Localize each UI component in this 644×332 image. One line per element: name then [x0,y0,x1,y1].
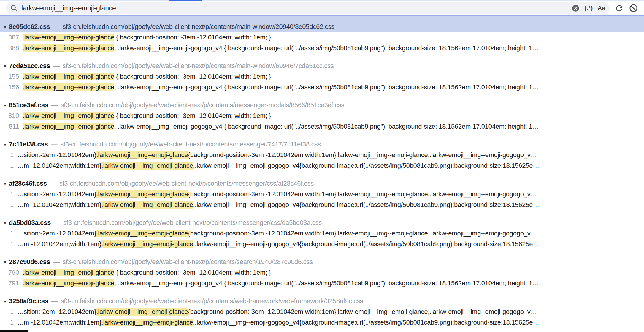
truncation-ellipsis: … [533,319,539,326]
file-url-separator: — [51,297,58,305]
match-row[interactable]: 790.larkw-emoji__img--emoji-glance { bac… [0,267,644,278]
line-number: 1 [0,190,14,198]
match-row[interactable]: 1…m -12.01042em;width:1em}.larkw-emoji__… [0,317,644,328]
active-tab-indicator [169,0,202,1]
file-header-row[interactable]: ▼851ce3ef.css—sf3-cn.feishucdn.com/obj/g… [0,100,644,110]
file-name: 287c90d6.css [9,258,50,266]
file-header-row[interactable]: ▼8e05dc62.css—sf3-cn.feishucdn.com/obj/g… [0,16,644,32]
match-content: .larkw-emoji__img--emoji-glance, .larkw-… [23,123,532,130]
disclosure-triangle-icon[interactable]: ▼ [3,142,9,147]
disclosure-triangle-icon[interactable]: ▼ [3,103,9,108]
match-row[interactable]: 1…m -12.01042em;width:1em}.larkw-emoji__… [0,239,644,249]
truncation-ellipsis: … [532,44,539,52]
search-input[interactable] [21,4,571,12]
truncation-ellipsis: … [532,123,539,130]
clear-results-button[interactable] [628,3,639,13]
file-url-separator: — [50,180,56,187]
file-name: af28c46f.css [9,180,47,187]
match-case-toggle[interactable]: Aa [597,4,605,12]
file-name: 8e05dc62.css [9,21,50,32]
file-url-separator: — [51,140,58,148]
search-field[interactable]: (.*) Aa [6,2,610,14]
truncation-ellipsis: … [531,230,537,237]
file-url: sf3-cn.feishucdn.com/obj/goofy/ee/web-cl… [63,62,334,70]
match-content: …m -12.01042em;width:1em}.larkw-emoji__i… [17,201,533,209]
match-row[interactable]: 1…sition:-2em -12.01042em}.larkw-emoji__… [0,150,644,160]
match-row[interactable]: 1…sition:-2em -12.01042em}.larkw-emoji__… [0,228,644,239]
search-match-highlight: .larkw-emoji__img--emoji-glance [101,240,193,248]
file-header-row[interactable]: ▼af28c46f.css—sf3-cn.feishucdn.com/obj/g… [0,178,644,189]
line-number: 1 [0,319,14,326]
match-after-text: {background-position:-3em -12.01042em;wi… [188,230,530,237]
disclosure-triangle-icon[interactable]: ▼ [3,64,9,69]
match-row[interactable]: 388.larkw-emoji__img--emoji-glance, .lar… [0,43,644,53]
search-results-list: ▼8e05dc62.css—sf3-cn.feishucdn.com/obj/g… [0,16,644,328]
file-url-separator: — [53,62,60,70]
refresh-search-button[interactable] [614,3,624,13]
match-row[interactable]: 810.larkw-emoji__img--emoji-glance { bac… [0,110,644,121]
line-number: 1 [0,151,14,159]
match-row[interactable]: 1…m -12.01042em;width:1em}.larkw-emoji__… [0,200,644,210]
file-name: 851ce3ef.css [9,101,48,109]
disclosure-triangle-icon[interactable]: ▼ [3,260,9,265]
search-match-highlight: .larkw-emoji__img--emoji-glance [23,123,114,130]
match-row[interactable]: 1…sition:-2em -12.01042em}.larkw-emoji__… [0,189,644,200]
match-row[interactable]: 1…sition:-2em -12.01042em}.larkw-emoji__… [0,306,644,317]
file-url: sf3-cn.feishucdn.com/obj/goofy/ee/web-cl… [63,219,322,227]
line-number: 387 [0,34,19,41]
file-url: sf3-cn.feishucdn.com/obj/goofy/ee/web-cl… [63,258,313,266]
file-url: sf3-cn.feishucdn.com/obj/goofy/ee/web-cl… [61,297,363,305]
match-after-text: , .larkw-emoji__img--emoji-gogogo_v4 { b… [114,83,532,91]
match-after-text: {background-position:-3em -12.01042em;wi… [188,308,530,315]
search-match-highlight: .larkw-emoji__img--emoji-glance [101,201,193,209]
disclosure-triangle-icon[interactable]: ▼ [3,299,9,304]
line-number: 1 [0,240,14,248]
line-number: 1 [0,230,14,237]
result-group: ▼da5bd03a.css—sf3-cn.feishucdn.com/obj/g… [0,217,644,249]
truncation-ellipsis: … [533,240,539,248]
match-row[interactable]: 1…m -12.01042em;width:1em}.larkw-emoji__… [0,160,644,171]
search-toolbar: (.*) Aa [0,1,644,15]
result-group: ▼851ce3ef.css—sf3-cn.feishucdn.com/obj/g… [0,100,644,132]
regex-toggle[interactable]: (.*) [584,4,593,12]
match-content: .larkw-emoji__img--emoji-glance { backgr… [23,73,271,80]
clear-search-button[interactable] [571,4,580,12]
search-match-highlight: .larkw-emoji__img--emoji-glance [23,44,114,52]
truncation-ellipsis: … [531,151,537,159]
result-group: ▼7c11ef38.css—sf3-cn.feishucdn.com/obj/g… [0,139,644,171]
match-before-text: …m -12.01042em;width:1em} [17,201,101,208]
file-header-row[interactable]: ▼7c11ef38.css—sf3-cn.feishucdn.com/obj/g… [0,139,644,150]
match-row[interactable]: 811.larkw-emoji__img--emoji-glance, .lar… [0,121,644,132]
disclosure-triangle-icon[interactable]: ▼ [3,221,9,225]
truncation-ellipsis: … [532,83,539,91]
disclosure-triangle-icon[interactable]: ▼ [3,181,9,186]
match-before-text: …m -12.01042em;width:1em} [17,162,101,169]
search-match-highlight: .larkw-emoji__img--emoji-glance [96,151,188,159]
file-header-row[interactable]: ▼7cda51cc.css—sf3-cn.feishucdn.com/obj/g… [0,61,644,71]
match-row[interactable]: 387.larkw-emoji__img--emoji-glance { bac… [0,32,644,43]
disclosure-triangle-icon[interactable]: ▼ [3,22,9,32]
line-number: 1 [0,201,14,209]
match-row[interactable]: 156.larkw-emoji__img--emoji-glance, .lar… [0,82,644,93]
match-content: …sition:-2em -12.01042em}.larkw-emoji__i… [17,151,531,159]
match-after-text: , .larkw-emoji__img--emoji-gogogo_v4 { b… [114,279,532,287]
line-number: 388 [0,44,19,52]
match-after-text: ,.larkw-emoji__img--emoji-gogogo_v4{back… [193,201,533,208]
match-after-text: { background-position: -3em -12.0104em; … [114,269,271,276]
file-url: sf3-cn.feishucdn.com/obj/goofy/ee/web-cl… [61,101,345,109]
search-match-highlight: .larkw-emoji__img--emoji-glance [101,162,193,170]
match-content: .larkw-emoji__img--emoji-glance, .larkw-… [23,83,532,91]
file-header-row[interactable]: ▼3258af9c.css—sf3-cn.feishucdn.com/obj/g… [0,296,644,306]
match-row[interactable]: 155.larkw-emoji__img--emoji-glance { bac… [0,71,644,82]
truncation-ellipsis: … [531,190,537,198]
block-icon [629,4,638,13]
search-match-highlight: .larkw-emoji__img--emoji-glance [96,230,188,237]
search-icon [10,4,18,12]
search-match-highlight: .larkw-emoji__img--emoji-glance [23,112,114,120]
match-content: …sition:-2em -12.01042em}.larkw-emoji__i… [17,230,531,237]
file-header-row[interactable]: ▼da5bd03a.css—sf3-cn.feishucdn.com/obj/g… [0,217,644,228]
match-row[interactable]: 791.larkw-emoji__img--emoji-glance, .lar… [0,278,644,289]
file-header-row[interactable]: ▼287c90d6.css—sf3-cn.feishucdn.com/obj/g… [0,257,644,267]
line-number: 155 [0,73,19,80]
line-number: 811 [0,123,19,130]
